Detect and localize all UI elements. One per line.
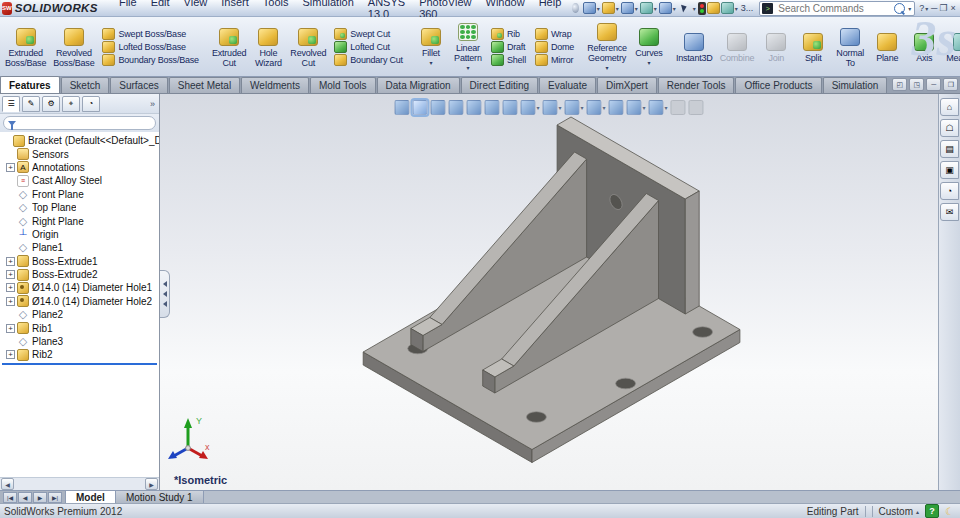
tree-item-plane1[interactable]: ◇Plane1 xyxy=(0,241,159,254)
tree-item-origin[interactable]: ┴Origin xyxy=(0,228,159,241)
custom-properties-icon[interactable]: ✉ xyxy=(940,203,959,221)
select-cursor-icon-caret[interactable]: ▾ xyxy=(693,5,696,12)
options-icon[interactable] xyxy=(707,2,720,14)
panel-collapse-handle[interactable] xyxy=(160,270,170,318)
help-button[interactable]: ?▾ xyxy=(919,2,929,14)
reference-geometry-button[interactable]: Reference Geometry▾ xyxy=(584,21,630,73)
tab-weldments[interactable]: Weldments xyxy=(241,77,309,93)
configurationmanager-icon[interactable]: ⚙ xyxy=(42,96,60,112)
tree-item--14-0-14-diameter-hole2[interactable]: +Ø14.0 (14) Diameter Hole2 xyxy=(0,295,159,308)
zoom-in-icon[interactable] xyxy=(466,100,481,115)
expand-plus-icon[interactable]: + xyxy=(6,324,15,333)
extruded-boss-base-button[interactable]: Extruded Boss/Base xyxy=(2,26,49,68)
rollback-bar[interactable] xyxy=(2,363,157,365)
tab-features[interactable]: Features xyxy=(0,76,60,93)
hide-show-items-icon[interactable] xyxy=(587,100,602,115)
save-icon[interactable] xyxy=(621,2,634,14)
mirror-button[interactable]: Mirror xyxy=(533,54,576,66)
view-orientation-icon-caret[interactable]: ▾ xyxy=(558,104,561,111)
new-document-icon[interactable] xyxy=(583,2,596,14)
hide-show-items-icon-caret[interactable]: ▾ xyxy=(603,104,606,111)
view-settings-icon[interactable] xyxy=(721,2,734,14)
linear-pattern-button[interactable]: Linear Pattern▾ xyxy=(450,21,486,73)
minimize-button[interactable]: ─ xyxy=(929,2,939,14)
lofted-boss-base-button[interactable]: Lofted Boss/Base xyxy=(100,41,200,53)
boundary-boss-base-button[interactable]: Boundary Boss/Base xyxy=(100,54,200,66)
curves-button[interactable]: Curves▾ xyxy=(631,26,667,68)
tab-office-products[interactable]: Office Products xyxy=(735,77,821,93)
view-settings-icon-caret[interactable]: ▾ xyxy=(735,5,738,12)
revolved-cut-button[interactable]: Revolved Cut xyxy=(287,26,329,68)
tree-item-boss-extrude2[interactable]: +Boss-Extrude2 xyxy=(0,268,159,281)
edit-appearance-icon[interactable] xyxy=(609,100,624,115)
display-style-icon-caret[interactable]: ▾ xyxy=(580,104,583,111)
swept-cut-button[interactable]: Swept Cut xyxy=(332,28,405,40)
wrap-button[interactable]: Wrap xyxy=(533,28,576,40)
undo-icon[interactable] xyxy=(659,2,672,14)
quick-tips-help-icon[interactable]: ? xyxy=(925,504,939,518)
tree-item-cast-alloy-steel[interactable]: ≡Cast Alloy Steel xyxy=(0,174,159,187)
apply-view-icon[interactable] xyxy=(394,100,409,115)
search-magnifier-icon[interactable] xyxy=(894,3,905,14)
print-icon[interactable] xyxy=(640,2,653,14)
toolbar-overflow-button[interactable]: 3... xyxy=(741,3,754,13)
shell-button[interactable]: Shell xyxy=(489,54,528,66)
expand-plus-icon[interactable]: + xyxy=(6,350,15,359)
tab-sketch[interactable]: Sketch xyxy=(61,77,110,93)
section-view-icon-caret[interactable]: ▾ xyxy=(536,104,539,111)
minimize-doc-icon[interactable]: ─ xyxy=(926,78,941,91)
open-icon-caret[interactable]: ▾ xyxy=(616,5,619,12)
scroll-left-icon[interactable]: ◀ xyxy=(1,478,14,490)
save-icon-caret[interactable]: ▾ xyxy=(635,5,638,12)
previous-view-icon[interactable] xyxy=(448,100,463,115)
zoom-out-icon[interactable] xyxy=(484,100,499,115)
split-pane-icon[interactable]: ◳ xyxy=(909,78,924,91)
tree-item-top-plane[interactable]: ◇Top Plane xyxy=(0,201,159,214)
tree-item-rib2[interactable]: +Rib2 xyxy=(0,348,159,361)
measure-button[interactable]: Measure xyxy=(943,31,960,63)
dome-button[interactable]: Dome xyxy=(533,41,576,53)
restore-pane-icon[interactable]: ◰ xyxy=(892,78,907,91)
dimxpertmanager-icon[interactable]: ⌖ xyxy=(62,96,80,112)
instant3d-button[interactable]: Instant3D xyxy=(673,31,716,63)
tree-horizontal-scrollbar[interactable]: ◀ ▶ xyxy=(0,477,159,490)
expand-chevron-icon[interactable]: » xyxy=(150,99,157,109)
last-tab-icon[interactable]: ▶| xyxy=(48,492,62,503)
tab-sheet-metal[interactable]: Sheet Metal xyxy=(169,77,240,93)
tab-data-migration[interactable]: Data Migration xyxy=(377,77,460,93)
appearances-scenes-icon[interactable]: ◔ xyxy=(940,182,959,200)
axis-button[interactable]: Axis xyxy=(906,31,942,63)
propertymanager-icon[interactable]: ✎ xyxy=(22,96,40,112)
dropdown-caret-icon[interactable]: ▾ xyxy=(606,64,609,71)
expand-plus-icon[interactable]: + xyxy=(6,163,15,172)
rebuild-icon[interactable] xyxy=(698,2,706,15)
prev-tab-icon[interactable]: ◀ xyxy=(18,492,32,503)
search-caret-icon[interactable]: ▾ xyxy=(908,5,911,12)
tree-item-annotations[interactable]: +AAnnotations xyxy=(0,161,159,174)
tree-item-boss-extrude1[interactable]: +Boss-Extrude1 xyxy=(0,255,159,268)
extruded-cut-button[interactable]: Extruded Cut xyxy=(209,26,249,68)
undo-icon-caret[interactable]: ▾ xyxy=(673,5,676,12)
filter-input[interactable] xyxy=(16,117,151,129)
revolved-boss-base-button[interactable]: Revolved Boss/Base xyxy=(50,26,97,68)
select-cursor-icon[interactable] xyxy=(678,2,692,15)
file-explorer-icon[interactable]: ▤ xyxy=(940,140,959,158)
tree-item-rib1[interactable]: +Rib1 xyxy=(0,321,159,334)
tab-dimxpert[interactable]: DimXpert xyxy=(597,77,657,93)
dropdown-caret-icon[interactable]: ▾ xyxy=(429,59,432,66)
zoom-to-area-icon[interactable] xyxy=(430,100,445,115)
displaymanager-icon[interactable]: ◔ xyxy=(82,96,100,112)
tree-item-plane2[interactable]: ◇Plane2 xyxy=(0,308,159,321)
print-icon-caret[interactable]: ▾ xyxy=(654,5,657,12)
tab-mold-tools[interactable]: Mold Tools xyxy=(310,77,376,93)
next-tab-icon[interactable]: ▶ xyxy=(33,492,47,503)
hole-wizard-button[interactable]: Hole Wizard xyxy=(250,26,286,68)
boundary-cut-button[interactable]: Boundary Cut xyxy=(332,54,405,66)
magnified-selection-icon[interactable] xyxy=(502,100,517,115)
tab-render-tools[interactable]: Render Tools xyxy=(658,77,735,93)
normal-to-button[interactable]: Normal To xyxy=(832,26,868,68)
dropdown-caret-icon[interactable]: ▾ xyxy=(647,59,650,66)
tree-item--14-0-14-diameter-hole1[interactable]: +Ø14.0 (14) Diameter Hole1 xyxy=(0,281,159,294)
expand-plus-icon[interactable]: + xyxy=(6,257,15,266)
view-settings-icon-caret[interactable]: ▾ xyxy=(665,104,668,111)
